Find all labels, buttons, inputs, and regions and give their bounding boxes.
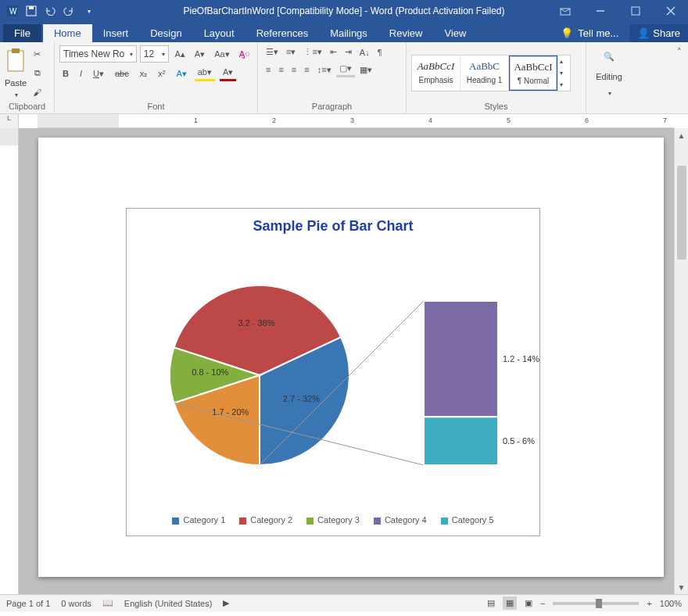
ribbon-options-icon[interactable] (547, 0, 582, 22)
copy-icon[interactable]: ⧉ (31, 66, 44, 80)
shrink-font-icon[interactable]: A▾ (192, 48, 208, 61)
titlebar: W ▾ PieOfBarChartInWord [Compatibility M… (0, 0, 688, 22)
numbering-icon[interactable]: ≡▾ (283, 45, 299, 59)
decrease-indent-icon[interactable]: ⇤ (327, 45, 340, 59)
legend-item: Category 2 (239, 515, 292, 525)
legend-swatch (172, 518, 179, 525)
tab-design[interactable]: Design (139, 24, 192, 42)
zoom-out-button[interactable]: − (540, 599, 545, 608)
subscript-button[interactable]: x₂ (137, 67, 151, 81)
style-normal[interactable]: AaBbCcI ¶ Normal (509, 56, 557, 91)
svg-text:1.7 - 20%: 1.7 - 20% (212, 407, 249, 417)
editing-label[interactable]: Editing (596, 72, 622, 81)
legend-label: Category 3 (317, 515, 360, 525)
minimize-button[interactable] (582, 0, 618, 22)
zoom-in-button[interactable]: + (647, 599, 651, 608)
gallery-more-icon[interactable]: ▾ (560, 81, 570, 88)
tab-file[interactable]: File (3, 24, 41, 42)
increase-indent-icon[interactable]: ⇥ (342, 45, 355, 59)
change-case-icon[interactable]: Aa▾ (211, 48, 232, 61)
text-effects-icon[interactable]: A▾ (173, 67, 189, 81)
tell-me-search[interactable]: 💡Tell me... (553, 24, 626, 42)
redo-icon[interactable] (61, 3, 77, 19)
clear-formatting-icon[interactable]: Aུ (236, 48, 253, 60)
paste-button[interactable]: Paste ▾ (5, 45, 27, 101)
tab-home[interactable]: Home (43, 24, 92, 42)
group-label-paragraph: Paragraph (263, 101, 401, 112)
svg-text:2.7 - 32%: 2.7 - 32% (283, 394, 320, 403)
find-icon[interactable]: 🔍 (600, 50, 618, 63)
scroll-down-icon[interactable]: ▼ (675, 580, 688, 594)
font-name-combo[interactable]: Times New Ro▾ (59, 45, 137, 63)
svg-rect-3 (29, 6, 34, 9)
zoom-level[interactable]: 100% (660, 599, 682, 608)
group-label-styles: Styles (411, 101, 581, 112)
font-color-icon[interactable]: A▾ (220, 66, 236, 81)
clipboard-icon (5, 48, 27, 74)
grow-font-icon[interactable]: A▴ (172, 48, 188, 61)
view-web-icon[interactable]: ▣ (525, 598, 532, 608)
status-proofing-icon[interactable]: 📖 (102, 598, 113, 608)
tab-references[interactable]: References (245, 24, 319, 42)
show-marks-icon[interactable]: ¶ (374, 46, 385, 59)
share-button[interactable]: 👤Share (629, 24, 688, 42)
style-emphasis[interactable]: AaBbCcI Emphasis (412, 56, 460, 91)
share-label: Share (653, 27, 680, 39)
align-left-icon[interactable]: ≡ (263, 63, 274, 76)
chart-object[interactable]: Sample Pie of Bar Chart 2.7 - 32%3.2 - 3… (126, 208, 540, 536)
align-right-icon[interactable]: ≡ (288, 63, 299, 76)
bullets-icon[interactable]: ☰▾ (263, 45, 281, 59)
superscript-button[interactable]: x² (155, 67, 168, 80)
page[interactable]: Sample Pie of Bar Chart 2.7 - 32%3.2 - 3… (38, 138, 664, 577)
status-page[interactable]: Page 1 of 1 (6, 599, 50, 608)
view-read-icon[interactable]: ▤ (487, 598, 495, 608)
tab-review[interactable]: Review (378, 24, 434, 42)
document-viewport[interactable]: Sample Pie of Bar Chart 2.7 - 32%3.2 - 3… (19, 128, 688, 594)
align-center-icon[interactable]: ≡ (275, 63, 286, 76)
bold-button[interactable]: B (59, 67, 72, 80)
collapse-ribbon-icon[interactable]: ˄ (674, 45, 685, 59)
ruler-vertical[interactable] (0, 128, 19, 594)
maximize-button[interactable] (618, 0, 653, 22)
style-heading1[interactable]: AaBbC Heading 1 (460, 56, 509, 91)
save-icon[interactable] (23, 3, 39, 19)
document-area: Sample Pie of Bar Chart 2.7 - 32%3.2 - 3… (0, 128, 688, 594)
tab-mailings[interactable]: Mailings (319, 24, 378, 42)
shading-icon[interactable]: ▢▾ (336, 62, 355, 77)
scroll-up-icon[interactable]: ▲ (675, 128, 688, 142)
strikethrough-button[interactable]: abc (112, 67, 132, 80)
qat-customize-icon[interactable]: ▾ (81, 3, 97, 19)
underline-button[interactable]: U▾ (90, 67, 107, 81)
borders-icon[interactable]: ▦▾ (357, 63, 375, 77)
highlight-color-icon[interactable]: ab▾ (195, 66, 215, 81)
status-language[interactable]: English (United States) (124, 599, 213, 608)
font-size-combo[interactable]: 12▾ (140, 45, 169, 63)
chevron-down-icon: ▾ (130, 51, 133, 58)
scroll-thumb[interactable] (677, 166, 686, 260)
italic-button[interactable]: I (77, 67, 85, 80)
line-spacing-icon[interactable]: ↕≡▾ (314, 63, 335, 77)
format-painter-icon[interactable]: 🖌 (30, 86, 45, 98)
zoom-slider-knob[interactable] (596, 599, 602, 608)
multilevel-list-icon[interactable]: ⋮≡▾ (300, 45, 324, 59)
close-button[interactable] (653, 0, 688, 22)
zoom-slider[interactable] (553, 602, 639, 605)
ruler-horizontal[interactable]: 1 2 3 4 5 6 7 (38, 114, 674, 128)
styles-gallery[interactable]: AaBbCcI Emphasis AaBbC Heading 1 AaBbCcI… (411, 55, 571, 91)
sort-icon[interactable]: A↓ (357, 46, 373, 59)
gallery-up-icon[interactable]: ▴ (560, 58, 570, 65)
ruler-tick: 6 (585, 116, 589, 124)
undo-icon[interactable] (42, 3, 58, 19)
tab-view[interactable]: View (433, 24, 477, 42)
svg-rect-6 (632, 7, 640, 15)
justify-icon[interactable]: ≡ (301, 63, 312, 76)
svg-text:W: W (9, 7, 17, 16)
view-print-icon[interactable]: ▦ (503, 596, 517, 610)
tab-insert[interactable]: Insert (92, 24, 140, 42)
tab-layout[interactable]: Layout (193, 24, 245, 42)
gallery-down-icon[interactable]: ▾ (560, 70, 570, 77)
cut-icon[interactable]: ✂ (30, 48, 44, 61)
status-words[interactable]: 0 words (61, 599, 91, 608)
status-macro-icon[interactable]: ▶ (223, 598, 229, 608)
scrollbar-vertical[interactable]: ▲ ▼ (674, 128, 688, 594)
